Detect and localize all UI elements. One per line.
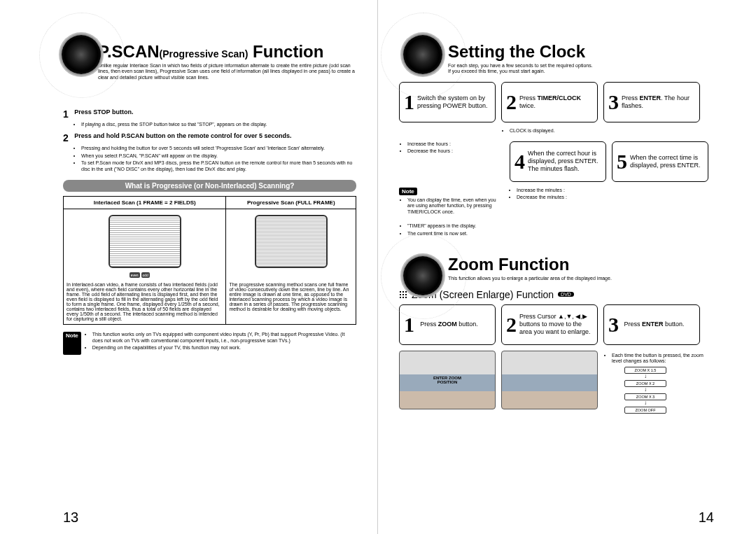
s2c: twice.: [519, 102, 536, 109]
z3n: 3: [608, 308, 624, 342]
page-number-left: 13: [63, 510, 78, 526]
arrow-down-icon: ↓: [624, 375, 666, 379]
speaker-icon-2: [403, 35, 442, 74]
clock-step-3: 3 Press ENTER. The hour flashes.: [603, 82, 700, 122]
s3-note1: Increase the hours :: [407, 141, 504, 148]
right-note-b1: You can display the time, even when you …: [407, 197, 503, 216]
zoom-intro: This function allows you to enlarge a pa…: [448, 276, 714, 281]
z1c: button.: [457, 321, 478, 328]
step2-bullet1: Pressing and holding the button for over…: [81, 146, 356, 152]
step2-number: 2: [63, 132, 73, 143]
s3a: Press: [622, 94, 640, 101]
clock-step-5: 5 When the correct time is displayed, pr…: [612, 141, 708, 182]
clock-step-2: 2 Press TIMER/CLOCK twice.: [501, 82, 598, 122]
arrow-down-icon: ↓: [624, 402, 666, 405]
s5-note1: "TIMER" appears in the display.: [407, 223, 504, 230]
note-block: Note This function works only on TVs equ…: [63, 332, 356, 355]
z3-note: Each time the button is pressed, the zoo…: [612, 353, 707, 365]
step2-bullet2: When you select P.SCAN, "P.SCAN" will ap…: [81, 153, 356, 160]
speaker-icon: [62, 35, 101, 74]
step-1: 1 Press STOP button. If playing a disc, …: [63, 108, 356, 128]
z3a: Press: [624, 321, 642, 328]
step1-bullet: If playing a disc, press the STOP button…: [81, 122, 356, 128]
z3c: button.: [663, 321, 684, 328]
pscan-title: P.SCAN(Progressive Scan) Function: [98, 42, 356, 62]
step1-head: Press STOP button.: [74, 108, 133, 115]
zoom-thumb-1: ENTER ZOOMPOSITION: [399, 351, 496, 409]
zoom-flow: Each time the button is pressed, the zoo…: [603, 351, 707, 415]
s2n: 2: [506, 85, 519, 119]
zoom-step-2: 2 Press Cursor ▲,▼, ◀,▶ buttons to move …: [501, 304, 598, 345]
title-word: Function: [248, 42, 323, 61]
td2-text: The progressive scanning method scans on…: [229, 282, 353, 311]
note-b2: Depending on the capabilities of your TV…: [92, 345, 356, 351]
s2-note: CLOCK is displayed.: [510, 128, 606, 134]
clock-right-notes: Note You can display the time, even when…: [399, 188, 503, 218]
s4-note1: Increase the minutes :: [517, 188, 613, 194]
s4n: 4: [514, 145, 528, 178]
clock-steps: 1 Switch the system on by pressing POWER…: [399, 82, 714, 239]
thumb-ov2: POSITION: [438, 380, 458, 384]
section-bar: What is Progressive (or Non-Interlaced) …: [63, 180, 356, 192]
z2n: 2: [506, 308, 519, 342]
note-tag-2: Note: [399, 188, 417, 195]
flow4: ZOOM OFF: [624, 407, 666, 414]
clock-intro1: For each step, you have a few seconds to…: [448, 63, 593, 68]
s4: When the correct hour is displayed, pres…: [528, 145, 601, 178]
tv-progressive-icon: [255, 215, 328, 268]
step2-head: Press and hold P.SCAN button on the remo…: [74, 132, 291, 139]
z3b: ENTER: [642, 321, 664, 328]
s5: When the correct time is displayed, pres…: [630, 145, 704, 178]
zoom-title: Zoom Function: [448, 255, 714, 274]
s5n: 5: [617, 145, 630, 178]
th-progressive: Progressive Scan (FULL FRAME): [226, 196, 356, 209]
z1a: Press: [420, 321, 438, 328]
step1-number: 1: [63, 108, 73, 120]
td1-text: In interlaced-scan video, a frame consis…: [66, 282, 223, 321]
compare-table: Interlaced Scan (1 FRAME = 2 FIELDS) Pro…: [63, 196, 356, 325]
step-2: 2 Press and hold P.SCAN button on the re…: [63, 132, 356, 173]
s3n: 3: [608, 85, 622, 119]
page-14: Setting the Clock For each step, you hav…: [378, 0, 756, 534]
speaker-icon-3: [403, 256, 442, 295]
th-interlaced: Interlaced Scan (1 FRAME = 2 FIELDS): [64, 196, 226, 209]
page-number-right: 14: [699, 510, 714, 526]
s3-note2: Decrease the hours :: [407, 148, 504, 155]
z1b: ZOOM: [438, 321, 457, 328]
tv-interlaced-icon: even odd: [108, 215, 181, 268]
arrow-down-icon: ↓: [624, 388, 666, 392]
s2b: TIMER/CLOCK: [538, 94, 582, 101]
clock-title: Setting the Clock: [448, 42, 714, 62]
dvd-badge: DVD: [558, 292, 574, 297]
pscan-intro: Unlike regular Interlace Scan in which t…: [98, 63, 356, 80]
clock-step-4: 4 When the correct hour is displayed, pr…: [510, 141, 606, 182]
step2-bullet3: To set P.Scan mode for DivX and MP3 disc…: [81, 160, 356, 173]
z2: Press Cursor ▲,▼, ◀,▶ buttons to move to…: [519, 308, 593, 342]
note-b1: This function works only on TVs equipped…: [92, 332, 356, 344]
s2a: Press: [519, 94, 538, 101]
zoom-thumb-2: [501, 351, 598, 409]
zoom-step-3: 3 Press ENTER button.: [603, 304, 700, 345]
note-tag: Note: [63, 332, 81, 355]
page-13: P.SCAN(Progressive Scan) Function Unlike…: [0, 0, 378, 534]
s4-note2: Decrease the minutes :: [517, 195, 613, 201]
title-sub: (Progressive Scan): [160, 48, 248, 59]
td-interlaced: even odd In interlaced-scan video, a fra…: [64, 209, 226, 324]
td-progressive: The progressive scanning method scans on…: [226, 209, 356, 324]
s3b: ENTER: [640, 94, 662, 101]
